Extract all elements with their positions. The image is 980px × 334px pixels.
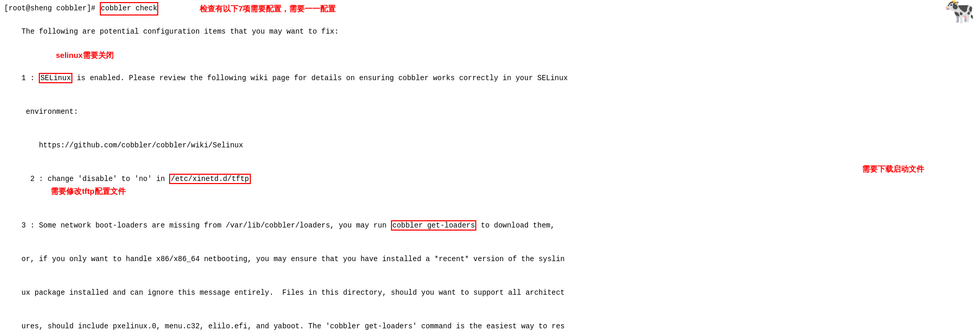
line-item1: 1 : SELinux is enabled. Please review th… [4, 62, 976, 95]
item3-post: to download them, [476, 221, 554, 230]
item3-line3: ux package installed and can ignore this… [22, 289, 565, 297]
annotation-top: 检查有以下7项需要配置，需要一一配置 [200, 3, 336, 14]
command-text: cobbler check [101, 4, 157, 12]
line-1: The following are potential configuratio… [4, 16, 976, 49]
item1-highlight: SELinux [39, 73, 72, 83]
item3-highlight: cobbler get-loaders [391, 220, 477, 231]
line-prompt: [root@sheng cobbler]# cobbler check 检查有以… [4, 2, 976, 16]
annotation-selinux: selinux需要关闭 [56, 51, 114, 59]
line-item1-url: https://github.com/cobbler/cobbler/wiki/… [4, 129, 976, 163]
command-highlight: cobbler check [100, 2, 158, 16]
line-item2-row: 2 : change 'disable' to 'no' in /etc/xin… [4, 163, 976, 209]
item1-post: is enabled. Please review the following … [72, 74, 568, 82]
item3-line4: ures, should include pxelinux.0, menu.c3… [22, 322, 565, 330]
line1-text: The following are potential configuratio… [22, 27, 339, 36]
annotation-tftp: 需要修改tftp配置文件 [51, 187, 125, 195]
terminal-window: 🐄 [root@sheng cobbler]# cobbler check 检查… [0, 0, 980, 334]
line-item3: 3 : Some network boot-loaders are missin… [4, 209, 976, 242]
item1-pre: 1 : [22, 74, 39, 82]
line-item3-2: or, if you only want to handle x86/x86_6… [4, 242, 976, 276]
prompt-text: [root@sheng cobbler]# [4, 3, 100, 14]
annotation-download: 需要下载启动文件 [862, 163, 924, 175]
item1-env: environment: [22, 108, 78, 116]
item2-highlight: /etc/xinetd.d/tftp [169, 174, 250, 184]
item2-pre: 2 : change 'disable' to 'no' in [30, 175, 169, 183]
item3-pre: 3 : Some network boot-loaders are missin… [22, 221, 391, 230]
item3-line2: or, if you only want to handle x86/x86_6… [22, 255, 565, 263]
line-item3-3: ux package installed and can ignore this… [4, 277, 976, 310]
item1-url: https://github.com/cobbler/cobbler/wiki/… [22, 141, 243, 149]
line-item1-env: environment: [4, 96, 976, 129]
annotation-selinux-block: selinux需要关闭 [56, 49, 976, 62]
line-item3-4: ures, should include pxelinux.0, menu.c3… [4, 310, 976, 334]
line-item2: 2 : change 'disable' to 'no' in /etc/xin… [4, 163, 251, 209]
